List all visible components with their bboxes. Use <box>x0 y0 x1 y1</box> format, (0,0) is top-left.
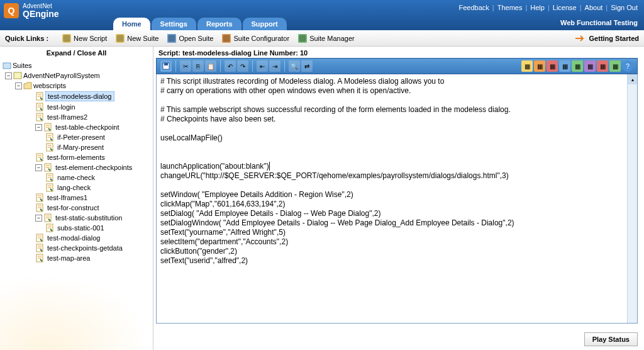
logo-icon: Q <box>4 3 19 18</box>
tree-item-if-Mary-present[interactable]: if-Mary-present <box>3 142 150 152</box>
script-icon <box>45 143 54 152</box>
tree-label: name-check <box>55 173 97 182</box>
tab-support[interactable]: Support <box>243 18 287 30</box>
getting-started-link[interactable]: Getting Started <box>574 34 639 43</box>
expand-close-all[interactable]: Expand / Close All <box>0 47 153 59</box>
collapse-icon[interactable]: − <box>15 82 22 89</box>
redo-icon[interactable]: ↷ <box>237 60 248 72</box>
tab-settings[interactable]: Settings <box>152 18 196 30</box>
tab-home[interactable]: Home <box>113 18 150 30</box>
subtitle: Web Functional Testing <box>560 19 638 26</box>
script-icon <box>35 203 44 212</box>
vertical-scrollbar[interactable]: ▴ <box>627 74 637 323</box>
script-icon <box>35 254 44 262</box>
svg-rect-1 <box>116 35 124 42</box>
top-link-feedback[interactable]: Feedback <box>459 4 489 11</box>
main-area: Expand / Close All Suites − AdventNetPay… <box>0 47 644 350</box>
folder-icon <box>23 81 32 90</box>
tree: Suites − AdventNetPayrollSystem − webscr… <box>0 59 153 264</box>
script-icon <box>35 92 44 101</box>
top-link-themes[interactable]: Themes <box>497 4 523 11</box>
outdent-icon[interactable]: ⇤ <box>257 60 268 72</box>
tree-label: test-for-construct <box>45 203 101 212</box>
action2-icon[interactable]: ▦ <box>534 60 545 72</box>
action7-icon[interactable]: ▦ <box>597 60 608 72</box>
tree-item-test-table-checkpoint[interactable]: −test-table-checkpoint <box>3 122 150 132</box>
toolbar-new-suite[interactable]: New Suite <box>116 34 158 43</box>
tree-label: test-element-checkpoints <box>53 163 134 172</box>
top-link-sign-out[interactable]: Sign Out <box>611 4 638 11</box>
copy-icon[interactable]: ⎘ <box>192 60 204 72</box>
tree-project[interactable]: − AdventNetPayrollSystem <box>3 71 150 81</box>
tree-item-test-Iframes2[interactable]: test-Iframes2 <box>3 112 150 122</box>
action1-icon[interactable]: ▦ <box>521 60 533 72</box>
toolbar-suite-manager[interactable]: Suite Manager <box>298 34 355 43</box>
tree-item-test-static-substitution[interactable]: −test-static-substitution <box>3 213 150 223</box>
tree-item-test-for-construct[interactable]: test-for-construct <box>3 203 150 213</box>
script-icon <box>35 153 44 162</box>
script-icon <box>35 234 44 242</box>
script-title: Script: test-modeless-dialog Line Number… <box>156 48 638 58</box>
script-icon <box>35 103 44 111</box>
tree-label: test-Iframes1 <box>45 193 89 202</box>
tree-label: lang-check <box>55 183 92 192</box>
collapse-icon[interactable]: − <box>35 164 42 171</box>
top-link-about[interactable]: About <box>585 4 603 11</box>
scroll-up-icon[interactable]: ▴ <box>628 74 637 84</box>
tree-label: test-table-checkpoint <box>53 123 121 132</box>
replace-icon[interactable]: ⇄ <box>301 60 313 72</box>
project-label: AdventNetPayrollSystem <box>23 72 100 79</box>
tree-label: test-login <box>45 103 77 111</box>
suites-label: Suites <box>13 62 32 69</box>
action6-icon[interactable]: ▦ <box>584 60 596 72</box>
toolbar-icon <box>62 34 71 43</box>
tree-item-test-form-elements[interactable]: test-form-elements <box>3 152 150 162</box>
script-icon <box>45 173 54 182</box>
tree-item-test-login[interactable]: test-login <box>3 102 150 112</box>
find-icon[interactable]: 🔍 <box>289 60 300 72</box>
getting-started-label: Getting Started <box>589 35 639 42</box>
tree-item-lang-check[interactable]: lang-check <box>3 183 150 193</box>
action8-icon[interactable]: ▦ <box>609 60 621 72</box>
tree-item-test-Iframes1[interactable]: test-Iframes1 <box>3 193 150 203</box>
folder-label: webscripts <box>33 82 66 89</box>
quick-links-label: Quick Links : <box>5 35 48 42</box>
collapse-icon[interactable]: − <box>35 215 42 222</box>
tree-item-test-modeless-dialog[interactable]: test-modeless-dialog <box>3 91 150 102</box>
cut-icon[interactable]: ✂ <box>180 60 191 72</box>
undo-icon[interactable]: ↶ <box>225 60 236 72</box>
script-icon <box>43 123 52 132</box>
tree-item-subs-static-001[interactable]: subs-static-001 <box>3 223 150 233</box>
script-icon <box>45 133 54 142</box>
action5-icon[interactable]: ▦ <box>572 60 583 72</box>
tree-label: test-map-area <box>45 254 92 262</box>
top-link-license[interactable]: License <box>553 4 577 11</box>
indent-icon[interactable]: ⇥ <box>269 60 280 72</box>
tree-item-test-modal-dialog[interactable]: test-modal-dialog <box>3 233 150 243</box>
tree-item-test-checkpoints-getdata[interactable]: test-checkpoints-getdata <box>3 243 150 253</box>
tree-folder[interactable]: − webscripts <box>3 81 150 91</box>
tree-label: if-Mary-present <box>55 143 106 152</box>
play-status-button[interactable]: Play Status <box>584 332 638 346</box>
toolbar-icon <box>167 34 176 43</box>
collapse-icon[interactable]: − <box>35 124 42 131</box>
help-icon[interactable]: ? <box>622 60 633 72</box>
toolbar-open-suite[interactable]: Open Suite <box>167 34 213 43</box>
tab-reports[interactable]: Reports <box>197 18 242 30</box>
script-icon <box>35 193 44 202</box>
save-icon[interactable] <box>160 60 172 72</box>
paste-icon[interactable]: 📋 <box>205 60 216 72</box>
action4-icon[interactable]: ▦ <box>559 60 570 72</box>
toolbar-suite-configurator[interactable]: Suite Configurator <box>222 34 289 43</box>
tree-item-name-check[interactable]: name-check <box>3 172 150 183</box>
tree-root-suites[interactable]: Suites <box>3 60 150 71</box>
tree-item-if-Peter-present[interactable]: if-Peter-present <box>3 132 150 142</box>
tree-item-test-element-checkpoints[interactable]: −test-element-checkpoints <box>3 162 150 172</box>
product-name: QEngine <box>23 9 59 19</box>
toolbar-new-script[interactable]: New Script <box>62 34 107 43</box>
action3-icon[interactable]: ▦ <box>547 60 558 72</box>
script-editor[interactable]: # This script illustrates recording of M… <box>156 74 638 324</box>
collapse-icon[interactable]: − <box>5 72 12 79</box>
tree-item-test-map-area[interactable]: test-map-area <box>3 253 150 263</box>
top-link-help[interactable]: Help <box>530 4 545 11</box>
